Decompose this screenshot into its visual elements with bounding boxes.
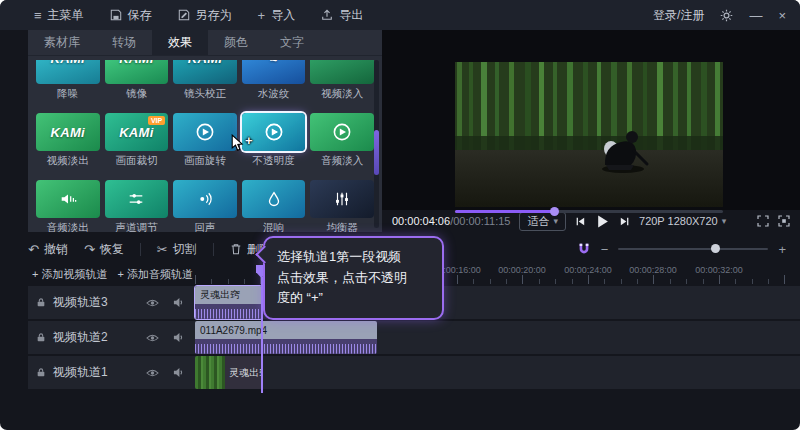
cut-label: 切割 — [173, 241, 197, 258]
effect-label: 回声 — [173, 221, 237, 232]
fullscreen-icon[interactable] — [778, 215, 790, 227]
clip-waveform — [195, 304, 262, 319]
settings-gear-icon[interactable] — [720, 9, 733, 22]
effect-tile-rotate[interactable] — [173, 113, 237, 151]
effect-tile-opacity[interactable] — [242, 113, 306, 151]
scissors-icon: ✂ — [157, 243, 168, 256]
track-header: 视频轨道3 — [28, 286, 192, 319]
effect-tile-lens-correction[interactable]: KAMI — [173, 60, 237, 84]
cut-button[interactable]: ✂ 切割 — [157, 241, 197, 258]
effect-tile-crop[interactable]: KAMi VIP — [105, 113, 169, 151]
next-frame-button[interactable] — [619, 216, 630, 227]
main-menu-button[interactable]: ≡ 主菜单 — [34, 7, 84, 24]
export-button[interactable]: 导出 — [321, 7, 363, 24]
toolbar-separator — [213, 243, 214, 256]
clip-track1[interactable]: 灵魂出窍 — [195, 356, 262, 389]
timecode-total: 00:00:11:15 — [453, 215, 510, 227]
save-as-label: 另存为 — [196, 7, 232, 24]
effect-tile-audio-fade-in[interactable] — [310, 113, 374, 151]
save-button[interactable]: 保存 — [110, 7, 152, 24]
play-button[interactable] — [595, 214, 610, 229]
add-video-track-button[interactable]: + 添加视频轨道 — [32, 267, 107, 282]
timecode-current: 00:00:04:06 — [392, 215, 450, 227]
zoom-slider-handle[interactable] — [711, 244, 720, 253]
seek-bar[interactable] — [455, 210, 723, 213]
effect-tile-video-fade-in[interactable] — [310, 60, 374, 84]
tooltip-line: 选择轨道1第一段视频 — [277, 247, 430, 268]
clip-label: 灵魂出窍 — [195, 286, 262, 304]
tab-media-library[interactable]: 素材库 — [28, 30, 96, 55]
tab-effects[interactable]: 效果 — [152, 30, 208, 55]
tab-text[interactable]: 文字 — [264, 30, 320, 55]
clip-track3[interactable]: 灵魂出窍 — [195, 286, 262, 319]
track-row-video2[interactable]: 011A2679.mp4 — [192, 321, 800, 354]
eye-icon[interactable] — [146, 298, 159, 308]
circle-play-icon — [195, 122, 215, 142]
effect-tile-echo[interactable] — [173, 180, 237, 218]
effect-tile-audio-fade-out[interactable] — [36, 180, 100, 218]
effect-label: 不透明度 — [242, 154, 306, 168]
chevron-down-icon: ▾ — [722, 216, 727, 226]
effects-row-2: KAMi 视频淡出 KAMi VIP 画面裁切 画面旋转 — [36, 113, 374, 168]
app-window: ≡ 主菜单 保存 另存为 + 导入 导出 登录/注册 — [0, 0, 800, 430]
preview-window-icons — [757, 215, 790, 227]
effect-tile-equalizer[interactable] — [310, 180, 374, 218]
effects-panel: 素材库 转场 效果 颜色 文字 KAMI降噪 KAMI镜像 KAMI镜头校正 ≈… — [28, 30, 382, 232]
circle-play-icon — [332, 122, 352, 142]
effect-label: 画面裁切 — [105, 154, 169, 168]
effect-tile-video-fade-out[interactable]: KAMi — [36, 113, 100, 151]
effect-label: 水波纹 — [242, 87, 306, 101]
effect-label: 声道调节 — [105, 221, 169, 232]
clip-track2[interactable]: 011A2679.mp4 — [195, 321, 377, 354]
tooltip-line: 度的 “+” — [277, 288, 430, 309]
eye-icon[interactable] — [146, 368, 159, 378]
effects-scrollbar[interactable] — [374, 60, 379, 228]
login-register-link[interactable]: 登录/注册 — [653, 7, 704, 24]
chevron-down-icon: ▾ — [553, 216, 558, 226]
redo-button[interactable]: ↷ 恢复 — [84, 241, 124, 258]
resolution-dropdown[interactable]: 720P 1280X720 ▾ — [639, 215, 726, 227]
tab-color[interactable]: 颜色 — [208, 30, 264, 55]
export-label: 导出 — [339, 7, 363, 24]
fit-dropdown[interactable]: 适合 ▾ — [519, 212, 566, 231]
save-label: 保存 — [128, 7, 152, 24]
track-row-video1[interactable]: 灵魂出窍 — [192, 356, 800, 389]
import-button[interactable]: + 导入 — [258, 7, 296, 24]
timeline-zoom-controls: − + — [577, 242, 800, 257]
lock-icon[interactable] — [36, 332, 46, 343]
fit-screen-icon[interactable] — [757, 215, 769, 227]
speaker-icon[interactable] — [173, 367, 184, 378]
effect-tile-denoise[interactable]: KAMI — [36, 60, 100, 84]
undo-button[interactable]: ↶ 撤销 — [28, 241, 68, 258]
track-header: 视频轨道1 — [28, 356, 192, 389]
scrollbar-thumb[interactable] — [374, 130, 379, 175]
effect-tile-channel-adjust[interactable] — [105, 180, 169, 218]
zoom-out-button[interactable]: − — [601, 242, 609, 257]
zoom-in-button[interactable]: + — [778, 242, 786, 257]
prev-frame-button[interactable] — [575, 216, 586, 227]
minimize-icon[interactable]: — — [749, 8, 762, 23]
effect-tile-reverb[interactable] — [242, 180, 306, 218]
echo-icon — [196, 190, 214, 208]
eye-icon[interactable] — [146, 333, 159, 343]
lock-icon[interactable] — [36, 297, 46, 308]
save-as-button[interactable]: 另存为 — [178, 7, 232, 24]
track-name: 视频轨道3 — [53, 294, 108, 311]
lock-icon[interactable] — [36, 367, 46, 378]
clip-label: 011A2679.mp4 — [195, 321, 377, 339]
top-menubar: ≡ 主菜单 保存 另存为 + 导入 导出 登录/注册 — [0, 0, 800, 30]
magnet-icon[interactable] — [577, 242, 591, 256]
add-audio-track-button[interactable]: + 添加音频轨道 — [117, 267, 192, 282]
track-name: 视频轨道1 — [53, 364, 108, 381]
speaker-icon[interactable] — [173, 297, 184, 308]
zoom-slider[interactable] — [618, 248, 768, 250]
tab-transitions[interactable]: 转场 — [96, 30, 152, 55]
effects-row-partial: KAMI降噪 KAMI镜像 KAMI镜头校正 ≈水波纹 视频淡入 — [36, 60, 374, 101]
library-tabs: 素材库 转场 效果 颜色 文字 — [28, 30, 382, 56]
close-icon[interactable]: × — [778, 8, 786, 23]
effect-tile-ripple[interactable]: ≈ — [242, 60, 306, 84]
speaker-icon[interactable] — [173, 332, 184, 343]
fit-label: 适合 — [527, 214, 549, 229]
effect-label: 降噪 — [36, 87, 100, 101]
effect-tile-mirror[interactable]: KAMI — [105, 60, 169, 84]
